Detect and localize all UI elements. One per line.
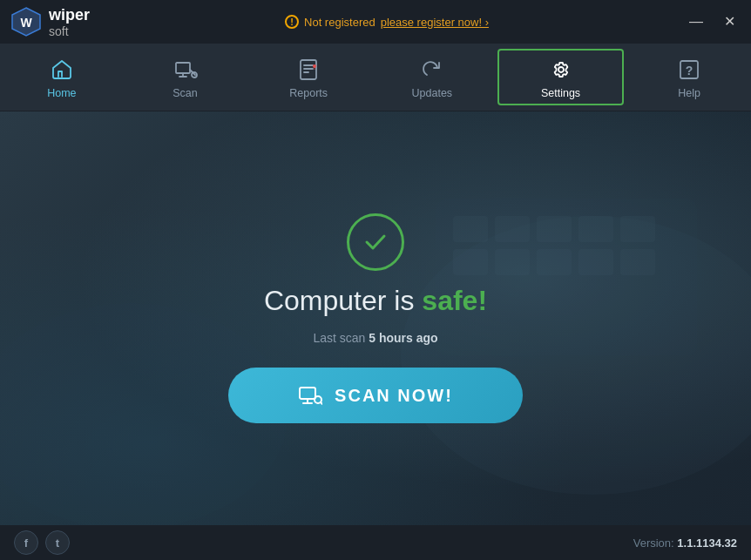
- settings-icon: [547, 56, 575, 84]
- svg-rect-27: [578, 249, 613, 275]
- status-safe: safe!: [422, 285, 487, 316]
- svg-point-13: [558, 67, 564, 72]
- status-message: Computer is safe!: [264, 285, 487, 317]
- help-icon: ?: [675, 56, 703, 84]
- scan-button-label: SCAN NOW!: [335, 386, 453, 406]
- nav-item-reports[interactable]: ! Reports: [247, 44, 370, 111]
- svg-line-33: [321, 402, 322, 404]
- version-label: Version:: [633, 536, 674, 550]
- registration-notice: ! Not registered please register now! ›: [285, 15, 489, 29]
- close-button[interactable]: ✕: [719, 13, 741, 30]
- facebook-button[interactable]: f: [14, 530, 38, 555]
- svg-rect-23: [620, 216, 655, 242]
- main-content: Computer is safe! Last scan 5 hours ago …: [0, 111, 751, 525]
- reports-icon: !: [294, 56, 322, 84]
- window-controls: — ✕: [684, 13, 741, 30]
- content-center: Computer is safe! Last scan 5 hours ago …: [228, 213, 523, 423]
- status-check-circle: [347, 213, 404, 271]
- nav-label-scan: Scan: [173, 87, 198, 99]
- version-info: Version: 1.1.1134.32: [633, 536, 737, 550]
- updates-icon: [418, 56, 446, 84]
- nav-item-scan[interactable]: Scan: [124, 44, 247, 111]
- last-scan-time: 5 hours ago: [369, 331, 437, 345]
- svg-rect-28: [620, 249, 655, 275]
- nav-label-settings: Settings: [541, 87, 580, 99]
- version-number: 1.1.1134.32: [677, 536, 737, 550]
- wiper-logo-icon: W: [10, 6, 42, 37]
- nav-label-updates: Updates: [412, 87, 453, 99]
- warning-icon: !: [285, 15, 299, 29]
- nav-label-help: Help: [678, 87, 700, 99]
- last-scan-label: Last scan: [313, 331, 365, 345]
- scan-icon: [172, 56, 200, 84]
- svg-rect-22: [578, 216, 613, 242]
- twitter-icon: t: [56, 536, 59, 550]
- status-prefix: Computer is: [264, 285, 422, 316]
- svg-text:?: ?: [686, 64, 693, 78]
- register-link[interactable]: please register now! ›: [381, 16, 489, 29]
- svg-rect-29: [300, 388, 315, 399]
- twitter-button[interactable]: t: [45, 530, 70, 555]
- minimize-button[interactable]: —: [684, 13, 708, 30]
- svg-rect-21: [537, 216, 572, 242]
- scan-now-button[interactable]: SCAN NOW!: [228, 368, 523, 423]
- not-registered-text: Not registered: [304, 16, 376, 29]
- checkmark-icon: [360, 226, 391, 258]
- nav-item-updates[interactable]: Updates: [370, 44, 494, 111]
- nav-item-home[interactable]: Home: [0, 44, 124, 111]
- logo-text: wipersoft: [49, 6, 90, 38]
- nav-label-reports: Reports: [289, 87, 328, 99]
- nav-label-home: Home: [47, 87, 76, 99]
- logo-area: W wipersoft: [10, 6, 90, 38]
- last-scan-info: Last scan 5 hours ago: [313, 331, 437, 345]
- svg-rect-26: [537, 249, 572, 275]
- nav-item-settings[interactable]: Settings: [497, 49, 625, 105]
- svg-text:W: W: [20, 16, 32, 30]
- bottom-bar: f t Version: 1.1.1134.32: [0, 525, 751, 560]
- social-icons: f t: [14, 530, 70, 555]
- nav-bar: Home Scan ! Reports: [0, 44, 751, 111]
- title-bar: W wipersoft ! Not registered please regi…: [0, 0, 751, 44]
- scan-button-icon: [298, 383, 322, 408]
- svg-text:!: !: [314, 64, 315, 70]
- facebook-icon: f: [24, 536, 28, 550]
- nav-item-help[interactable]: ? Help: [627, 44, 751, 111]
- home-icon: [48, 56, 76, 84]
- svg-rect-2: [176, 63, 190, 73]
